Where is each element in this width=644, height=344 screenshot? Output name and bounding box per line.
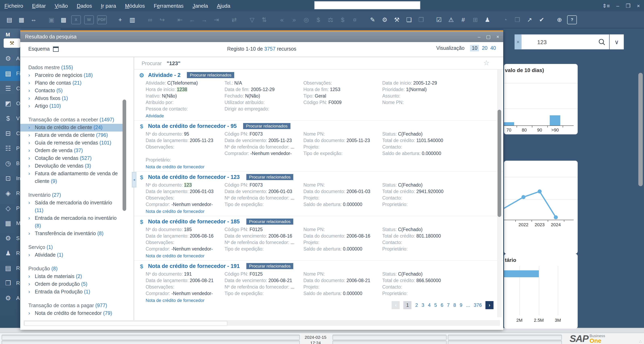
edit-icon[interactable]: ✎ — [367, 14, 378, 25]
menu-dados[interactable]: Dados — [72, 0, 96, 11]
pagination-page-6[interactable]: 6 — [440, 302, 443, 308]
pan-icon[interactable]: + — [115, 14, 126, 25]
tree-item-saída-de-mercadoria-do-inventário[interactable]: ›Saída de mercadoria do inventário (11) — [20, 199, 134, 214]
tree-item-fatura-de-adiantamento-de-venda-de-cliente[interactable]: ›Fatura de adiantamento de venda de clie… — [20, 170, 134, 185]
pagination-page-8[interactable]: 8 — [453, 302, 456, 308]
result-title[interactable]: Atividade - 2 — [148, 72, 180, 78]
help-icon[interactable]: ? — [567, 15, 577, 24]
web-browser-icon[interactable]: ⊕ — [554, 14, 565, 25]
search-dropdown-button[interactable]: ∨ — [610, 35, 624, 49]
paste-icon[interactable]: ▩ — [58, 14, 69, 25]
freeze-columns-icon[interactable]: ▥ — [127, 14, 138, 25]
tree-item-nota-de-crédito-de-fornecedor[interactable]: ›Nota de crédito de fornecedor (79) — [20, 310, 134, 317]
tree-group-header[interactable]: Produção (8) — [20, 265, 134, 273]
tree-item-plano-de-contas[interactable]: ›Plano de contas (21) — [20, 79, 134, 87]
pagination-page-7[interactable]: 7 — [447, 302, 450, 308]
procurar-relacionados-button[interactable]: Procurar relacionados — [187, 72, 234, 78]
checklist-icon[interactable]: ✔ — [536, 14, 547, 25]
result-title[interactable]: Nota de crédito de fornecedor - 123 — [148, 174, 240, 180]
user-icon[interactable]: ♟ — [482, 14, 493, 25]
pagination-page-4[interactable]: 4 — [428, 302, 430, 308]
tree-scrollbar[interactable] — [122, 100, 126, 211]
page-size-10[interactable]: 10 — [470, 45, 479, 51]
tree-item-fatura-de-venda-de-cliente[interactable]: ›Fatura de venda de cliente (796) — [20, 132, 134, 139]
tree-item-entrada-da-produção[interactable]: ›Entrada da Produção (1) — [20, 288, 134, 296]
tree-item-nota-de-crédito-de-cliente[interactable]: ›Nota de crédito de cliente (24) — [20, 124, 123, 132]
close-button[interactable]: × — [637, 3, 640, 9]
wrench-icon[interactable]: ⚒ — [4, 39, 20, 48]
result-type-link[interactable]: Nota de crédito de fornecedor — [138, 208, 503, 216]
star-icon[interactable]: ☆ — [484, 59, 490, 67]
minimize-button[interactable]: – — [616, 3, 619, 9]
tree-item-ordem-de-venda[interactable]: ›Ordem de venda (37) — [20, 147, 134, 155]
clear-search-button[interactable]: × — [514, 35, 522, 49]
pagination-page-2[interactable]: 2 — [415, 302, 418, 308]
tree-group-header[interactable]: Transação de contas a receber (1497) — [20, 116, 134, 124]
tree-item-ativos-fixos[interactable]: ›Ativos fixos (1) — [20, 95, 134, 102]
pagination-page-376[interactable]: 376 — [474, 302, 482, 308]
pagination-page-9[interactable]: 9 — [460, 302, 462, 308]
tree-item-transferência-de-inventário[interactable]: ›Transferência de inventário (8) — [20, 230, 134, 238]
procurar-relacionados-button[interactable]: Procurar relacionados — [243, 123, 290, 129]
tree-item-entrada-de-mercadoria-no-inventário[interactable]: ›Entrada de mercadoria no inventário (8) — [20, 214, 134, 230]
procurar-relacionados-button[interactable]: Procurar relacionados — [246, 219, 293, 225]
dialog-horizontal-scrollbar[interactable] — [24, 320, 500, 326]
tree-item-lista-de-materiais[interactable]: ›Lista de materiais (2) — [20, 273, 134, 280]
menu-ficheiro[interactable]: Ficheiro — [0, 0, 28, 11]
dialog-close-button[interactable]: × — [496, 34, 499, 40]
document-check-icon[interactable]: ☑ — [434, 14, 444, 25]
document-alert-icon[interactable]: ⚠ — [446, 14, 456, 25]
dialog-maximize-button[interactable]: ▢ — [486, 34, 491, 40]
tree-item-cotação-de-vendas[interactable]: ›Cotação de vendas (527) — [20, 155, 134, 162]
menu-janela[interactable]: Janela — [188, 0, 212, 11]
pagination-page-5[interactable]: 5 — [434, 302, 437, 308]
procurar-relacionados-button[interactable]: Procurar relacionados — [246, 174, 293, 180]
menu-ir-para[interactable]: Ir para — [96, 0, 120, 11]
menu-módulos[interactable]: Módulos — [120, 0, 149, 11]
menu-ferramentas[interactable]: Ferramentas — [149, 0, 188, 11]
page-size-20[interactable]: 20 — [482, 45, 488, 51]
global-search-input[interactable] — [522, 35, 609, 49]
print-icon[interactable]: ▦ — [16, 14, 27, 25]
tree-item-atividade[interactable]: ›Atividade (1) — [20, 251, 134, 259]
quick-search-input[interactable] — [314, 1, 420, 9]
analysis-icon[interactable]: ↗ — [524, 14, 535, 25]
result-title[interactable]: Nota de crédito de fornecedor - 95 — [148, 123, 237, 129]
pagination-next-button[interactable]: › — [486, 301, 494, 309]
tree-group-header[interactable]: Serviço (1) — [20, 243, 134, 251]
pagination-page-3[interactable]: 3 — [422, 302, 424, 308]
tree-group-header[interactable]: Inventário (27) — [20, 191, 134, 199]
pagination-prev-button[interactable]: ‹ — [392, 301, 400, 309]
tree-group-header[interactable]: Transação de contas a pagar (977) — [20, 301, 134, 310]
menu-editar[interactable]: Editar — [28, 0, 50, 11]
date-navigation-icon[interactable]: ⇔ — [28, 14, 39, 25]
tree-item-devolução-de-vendas[interactable]: ›Devolução de vendas (3) — [20, 162, 134, 170]
dialog-minimize-button[interactable]: – — [478, 34, 480, 40]
restore-button[interactable]: ❐ — [626, 3, 630, 9]
result-title[interactable]: Nota de crédito de fornecedor - 185 — [148, 219, 240, 225]
main-vertical-scrollbar[interactable] — [638, 73, 643, 186]
dialog-title-bar[interactable]: Resultado da pesquisa – ▢ × — [20, 32, 503, 42]
result-title[interactable]: Nota de crédito de fornecedor - 191 — [148, 263, 240, 269]
result-type-link[interactable]: Nota de crédito de fornecedor — [138, 163, 503, 171]
results-scrollbar-thumb[interactable] — [498, 110, 501, 217]
tree-item-guia-de-remessa-de-vendas[interactable]: ›Guia de remessa de vendas (101) — [20, 139, 134, 147]
form-settings-icon[interactable]: ⚒ — [392, 14, 402, 25]
message-icon[interactable]: ❏ — [404, 14, 414, 25]
procurar-relacionados-button[interactable]: Procurar relacionados — [246, 263, 293, 269]
tree-item-artigo[interactable]: ›Artigo (110) — [20, 102, 134, 110]
tree-group-header[interactable]: Dados mestre (155) — [20, 64, 134, 72]
document-settings-icon[interactable]: ⚙ — [380, 14, 390, 25]
tree-item-ordem-de-produção[interactable]: ›Ordem de produção (5) — [20, 280, 134, 288]
menu-visão[interactable]: Visão — [50, 0, 72, 11]
page-size-40[interactable]: 40 — [490, 45, 496, 51]
calculator-icon[interactable]: # — [458, 14, 468, 25]
menu-ajuda[interactable]: Ajuda — [212, 0, 235, 11]
tree-item-contacto[interactable]: ›Contacto (5) — [20, 87, 134, 95]
result-type-link[interactable]: Atividade — [138, 112, 503, 120]
search-icon[interactable] — [598, 39, 606, 46]
tree-item-parceiro-de-negócios[interactable]: ›Parceiro de negócios (18) — [20, 72, 134, 79]
preview-document-icon[interactable]: ▤ — [4, 14, 14, 25]
pagination-page-1[interactable]: 1 — [404, 301, 412, 309]
arrange-windows-icon[interactable]: ⇕≡ — [602, 3, 610, 9]
